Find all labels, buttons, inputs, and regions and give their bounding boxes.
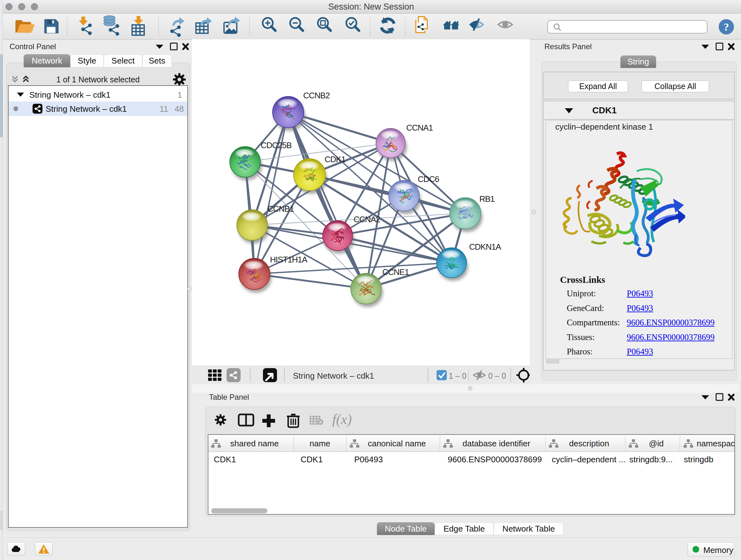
svg-text:?: ? bbox=[724, 21, 729, 33]
svg-text:CDC25B: CDC25B bbox=[261, 140, 292, 150]
svg-text:f(x): f(x) bbox=[332, 412, 352, 427]
svg-text:RB1: RB1 bbox=[479, 194, 495, 204]
svg-text:CDKN1A: CDKN1A bbox=[469, 242, 501, 252]
svg-text:CCNE1: CCNE1 bbox=[382, 267, 409, 277]
svg-text:CDK1: CDK1 bbox=[325, 154, 346, 164]
svg-text:CCNB2: CCNB2 bbox=[303, 91, 330, 100]
svg-text:CDC6: CDC6 bbox=[418, 174, 439, 184]
svg-text:CCNB1: CCNB1 bbox=[267, 204, 294, 213]
svg-text:CCNA1: CCNA1 bbox=[406, 123, 433, 132]
svg-text:CCNA2: CCNA2 bbox=[354, 214, 381, 224]
svg-text:HIST1H1A: HIST1H1A bbox=[270, 255, 308, 264]
